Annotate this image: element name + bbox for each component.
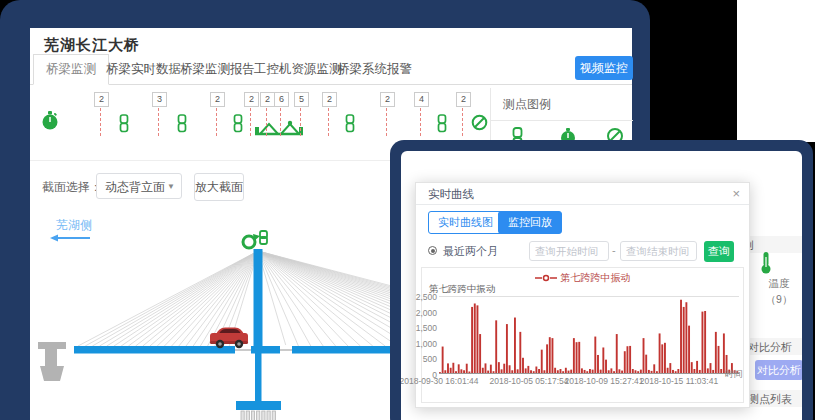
y-tick-label: 500 xyxy=(411,354,437,364)
stopwatch-icon[interactable] xyxy=(41,110,59,131)
sensor-count-badge: 5 xyxy=(294,92,309,107)
link-icon[interactable] xyxy=(437,114,448,133)
no-entry-icon[interactable] xyxy=(471,114,488,131)
sensor-count-badge: 2 xyxy=(244,92,259,107)
sensor-count-badge: 2 xyxy=(380,92,395,107)
bridge-side-label: 芜湖侧 xyxy=(56,218,92,232)
pile-cap xyxy=(236,401,281,410)
tower-sensor-icons xyxy=(243,231,267,248)
legend-marker-icon xyxy=(535,274,557,282)
y-tick-label: 2,000 xyxy=(411,308,437,318)
link-icon[interactable] xyxy=(233,114,244,133)
y-tick-label: 1,000 xyxy=(411,339,437,349)
x-tick-label: 2018-10-09 15:27:41 xyxy=(565,376,644,386)
x-tick-label: 2018-10-05 05:17:54 xyxy=(490,376,569,386)
sensor-count-badge: 2 xyxy=(94,92,109,107)
link-icon[interactable] xyxy=(345,114,356,133)
radio-last-two-months[interactable] xyxy=(428,246,437,255)
refresh-icon xyxy=(243,236,255,248)
end-time-input[interactable] xyxy=(620,241,697,261)
link-icon[interactable] xyxy=(177,114,188,133)
sensor-dash-line xyxy=(386,108,387,136)
sensor-dash-line xyxy=(462,108,463,136)
sensor-dash-line xyxy=(100,108,101,136)
page-title: 芜湖长江大桥 xyxy=(44,36,140,55)
sensor-dash-line xyxy=(216,108,217,136)
tab-system-alarm[interactable]: 桥梁系统报警 xyxy=(325,54,424,84)
sensor-count-badge: 2 xyxy=(210,92,225,107)
link-icon[interactable] xyxy=(119,114,130,133)
modal-content: 测点图例 温度 （9） 对比分析 对比分析 测点列表 实时曲线 × 实时曲线图 … xyxy=(401,151,802,420)
thermometer-icon xyxy=(759,251,773,275)
sensor-dash-line xyxy=(280,108,281,136)
background-window xyxy=(737,0,815,142)
sensor-count-badge: 2 xyxy=(456,92,471,107)
range-separator: - xyxy=(612,244,616,256)
y-tick-label: 2,500 xyxy=(411,292,437,302)
zoom-section-button[interactable]: 放大截面 xyxy=(194,173,244,201)
tab-realtime-curve-chart[interactable]: 实时曲线图 xyxy=(428,211,503,234)
sensor-dash-line xyxy=(328,108,329,136)
query-button[interactable]: 查询 xyxy=(704,241,734,262)
realtime-curve-dialog: 实时曲线 × 实时曲线图 监控回放 最近两个月 - 查询 第七跨跨中振动 第七 xyxy=(415,182,750,408)
dialog-header: 实时曲线 × xyxy=(416,183,749,205)
sensor-dash-line xyxy=(250,108,251,136)
compare-analysis-button[interactable]: 对比分析 xyxy=(755,360,802,380)
sensor-dash-line xyxy=(158,108,159,136)
chevron-down-icon: ▼ xyxy=(167,174,175,200)
x-tick-label: 2018-10-15 11:03:41 xyxy=(640,376,718,386)
sensor-count-badge: 4 xyxy=(414,92,429,107)
temperature-count: （9） xyxy=(759,293,799,307)
sensor-count-badge: 3 xyxy=(152,92,167,107)
sensor-dash-line xyxy=(420,108,421,136)
bridge-pier xyxy=(38,342,66,381)
sensor-count-badge: 2 xyxy=(260,92,275,107)
x-axis-name: 时间 xyxy=(725,368,743,381)
vibration-chart: 第七跨跨中振动 第七跨跨中振动 2,5002,0001,5001,0005000… xyxy=(421,267,744,403)
tab-monitoring-playback[interactable]: 监控回放 xyxy=(498,211,562,234)
modal-window: 测点图例 温度 （9） 对比分析 对比分析 测点列表 实时曲线 × 实时曲线图 … xyxy=(390,140,813,420)
y-axis-title: 第七跨跨中振动 xyxy=(429,283,496,296)
legend-text: 第七跨跨中振动 xyxy=(561,272,631,283)
y-tick-label: 1,500 xyxy=(411,323,437,333)
legend-panel-title: 测点图例 xyxy=(491,88,633,121)
sensor-count-badge: 6 xyxy=(274,92,289,107)
close-icon[interactable]: × xyxy=(732,186,740,201)
dialog-title: 实时曲线 xyxy=(428,187,474,202)
temperature-label: 温度 xyxy=(759,277,799,291)
bridge-truss-icon[interactable] xyxy=(254,118,304,138)
video-monitor-button[interactable]: 视频监控 xyxy=(575,56,633,80)
bridge-tower xyxy=(254,249,263,346)
sensor-dash-line xyxy=(266,108,267,136)
sensor-count-badge: 2 xyxy=(322,92,337,107)
x-tick-label: 2018-09-30 16:01:44 xyxy=(401,376,478,386)
bridge-piles xyxy=(241,411,275,420)
temperature-legend-item[interactable]: 温度 （9） xyxy=(759,251,799,307)
main-tabs-row: 桥梁监测 桥梁实时数据 桥梁监测报告 工控机资源监测 桥梁系统报警 视频监控 xyxy=(30,54,632,85)
start-time-input[interactable] xyxy=(529,241,609,261)
query-row: 最近两个月 - 查询 xyxy=(416,241,749,263)
section-select-dropdown[interactable]: 动态背立面 ▼ xyxy=(96,173,182,199)
section-select-value: 动态背立面 xyxy=(105,180,165,194)
sensor-dash-line xyxy=(300,108,301,136)
plot-area xyxy=(439,296,739,374)
section-select-label: 截面选择： xyxy=(42,179,102,196)
radio-label: 最近两个月 xyxy=(443,244,498,259)
